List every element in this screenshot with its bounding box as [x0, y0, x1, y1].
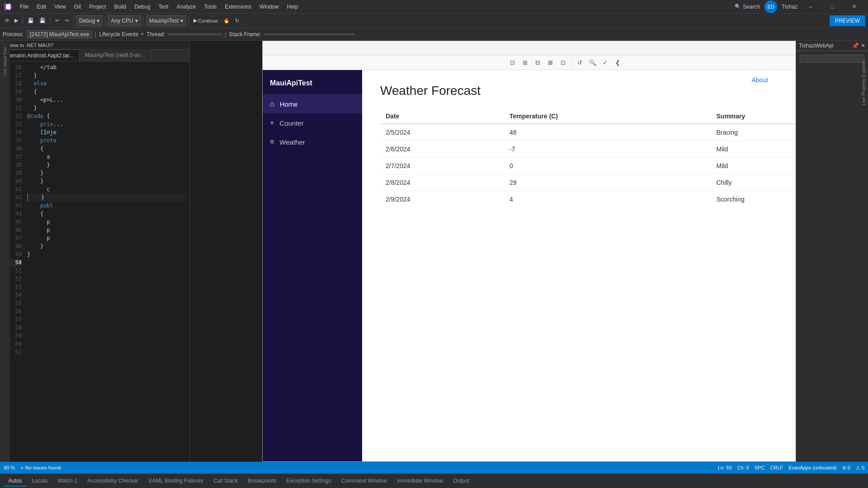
- nav-home[interactable]: ⌂ Home: [263, 94, 362, 113]
- menu-window[interactable]: Window: [256, 2, 283, 12]
- right-panel-search[interactable]: [800, 55, 864, 63]
- nav-weather[interactable]: ≡ Weather: [263, 132, 362, 151]
- btab-watch1[interactable]: Watch 1: [53, 476, 82, 487]
- editor-tab-2[interactable]: MauiApiTest (net8.0-an...: [80, 49, 151, 61]
- cell-temp: 0: [504, 158, 711, 174]
- undo-back-btn[interactable]: ⟳: [3, 15, 11, 26]
- toolbar1: ⟳ ▶ 💾 💾 ↩ ↪ Debug ▾ Any CPU ▾ MauiApiTes…: [0, 14, 868, 28]
- continue-btn[interactable]: ▶ Continue: [191, 15, 220, 26]
- undo-btn[interactable]: ↩: [53, 15, 61, 26]
- maximize-button[interactable]: □: [822, 0, 843, 14]
- save-all-btn[interactable]: 💾: [37, 15, 48, 26]
- preview-outer: ─ □ ✕ ⊡ ⊞ ⊟ ⊠ ⊡ ↺ 🔍 ✓ ❮ MauiAp: [190, 41, 868, 462]
- btab-autos[interactable]: Autos: [4, 476, 27, 487]
- maui-tb-5[interactable]: ⊡: [558, 57, 569, 68]
- maui-tb-2[interactable]: ⊞: [520, 57, 531, 68]
- debug-dropdown[interactable]: Debug ▾: [76, 15, 103, 26]
- page-title: Weather Forecast: [380, 84, 849, 98]
- editor-tab-bar: Xamarin.Android.Aapt2.tar... MauiApiTest…: [0, 50, 189, 61]
- btab-command[interactable]: Command Window: [337, 476, 392, 487]
- lifecycle-label: Lifecycle Events: [99, 31, 138, 38]
- process-label: Process:: [3, 31, 24, 38]
- menu-view[interactable]: View: [51, 2, 70, 12]
- cell-date: 2/7/2024: [380, 158, 504, 174]
- menu-git[interactable]: Git: [71, 2, 85, 12]
- tb-sep1: [23, 16, 23, 25]
- editor-tab-1[interactable]: Xamarin.Android.Aapt2.tar...: [0, 49, 80, 61]
- thread-label: Thread:: [146, 31, 165, 38]
- maui-titlebar: ─ □ ✕: [263, 41, 868, 56]
- reload-btn[interactable]: ↻: [233, 15, 241, 26]
- menu-tools[interactable]: Tools: [200, 2, 220, 12]
- menu-extensions[interactable]: Extensions: [221, 2, 255, 12]
- cell-date: 2/9/2024: [380, 191, 504, 208]
- menu-edit[interactable]: Edit: [33, 2, 50, 12]
- tb-sep4: [105, 16, 105, 25]
- code-editor-panel: Live Visual Tree ℹ New to .NET MAUI? Xam…: [0, 41, 190, 462]
- about-link[interactable]: About: [751, 76, 768, 84]
- nav-counter[interactable]: + Counter: [263, 113, 362, 132]
- process-value: [24272] MauiApiTest.exe: [27, 30, 92, 38]
- menu-build[interactable]: Build: [111, 2, 130, 12]
- main-area: Live Visual Tree ℹ New to .NET MAUI? Xam…: [0, 41, 868, 462]
- search-box[interactable]: Search: [743, 4, 760, 10]
- editor-area: 2627282930 3132333435 3637383940 4142434…: [10, 61, 189, 462]
- btab-immediate[interactable]: Immediate Window: [392, 476, 448, 487]
- debug-icons-btn[interactable]: 🔥: [221, 15, 232, 26]
- btab-locals[interactable]: Locals: [28, 476, 52, 487]
- live-visual-tree-tab[interactable]: Live Visual Tree: [2, 45, 8, 78]
- menu-help[interactable]: Help: [283, 2, 302, 12]
- cell-temp: 4: [504, 191, 711, 208]
- stack-frame-value: [264, 33, 354, 35]
- maui-app-title: MauiApiTest: [263, 70, 362, 94]
- right-panel-pin[interactable]: 📌: [852, 42, 859, 49]
- btab-breakpoints[interactable]: Breakpoints: [243, 476, 281, 487]
- ln-indicator: Ln: 50: [718, 465, 732, 470]
- right-panel-tab-label[interactable]: TishazWebApi: [799, 42, 834, 49]
- svg-marker-1: [6, 4, 10, 10]
- right-panel-close[interactable]: ✕: [861, 42, 865, 49]
- notification-text: New to .NET MAUI?: [9, 42, 53, 48]
- maui-sidebar: MauiApiTest ⌂ Home + Counter ≡ Weather: [263, 70, 362, 461]
- btab-callstack[interactable]: Call Stack: [209, 476, 242, 487]
- check-icon: ●: [20, 465, 24, 470]
- warnings-count: ⚠ 0: [856, 465, 864, 471]
- cpu-dropdown[interactable]: Any CPU ▾: [108, 15, 141, 26]
- menu-test[interactable]: Test: [155, 2, 172, 12]
- close-button[interactable]: ✕: [844, 0, 864, 14]
- table-row: 2/7/2024 0 Mild: [380, 158, 849, 174]
- btab-xaml-binding[interactable]: XAML Binding Failures: [144, 476, 208, 487]
- username-label: Tishaz: [782, 4, 797, 10]
- save-btn[interactable]: 💾: [25, 15, 36, 26]
- maui-tb-9[interactable]: ❮: [613, 57, 623, 68]
- menu-project[interactable]: Project: [85, 2, 109, 12]
- menu-analyze[interactable]: Analyze: [173, 2, 200, 12]
- code-content[interactable]: </tab } else { <p>L... } @code { priv...…: [24, 61, 189, 462]
- cell-date: 2/6/2024: [380, 141, 504, 158]
- cell-date: 2/5/2024: [380, 124, 504, 141]
- btab-accessibility[interactable]: Accessibility Checker: [83, 476, 143, 487]
- table-row: 2/6/2024 -7 Mild: [380, 141, 849, 158]
- errors-count: ⊘ 0: [842, 465, 850, 471]
- tb-sep2: [50, 16, 51, 25]
- maui-tb-3[interactable]: ⊟: [533, 57, 543, 68]
- run-btn[interactable]: ▶: [12, 15, 20, 26]
- maui-tb-6[interactable]: ↺: [575, 57, 585, 68]
- maui-tb-1[interactable]: ⊡: [507, 57, 518, 68]
- maui-tb-4[interactable]: ⊠: [545, 57, 556, 68]
- btab-exception[interactable]: Exception Settings: [282, 476, 335, 487]
- bottom-tabs: Autos Locals Watch 1 Accessibility Check…: [0, 474, 868, 488]
- maui-tb-7[interactable]: 🔍: [587, 57, 598, 68]
- nav-home-label: Home: [280, 100, 298, 108]
- user-badge: ED: [764, 0, 777, 13]
- menu-file[interactable]: File: [16, 2, 32, 12]
- maui-tb-8[interactable]: ✓: [600, 57, 611, 68]
- right-panel-header: TishazWebApi 📌 ✕: [796, 41, 868, 51]
- preview-button[interactable]: PREVIEW: [830, 15, 865, 26]
- project-dropdown[interactable]: MauiApiTest ▾: [146, 15, 186, 26]
- maui-app-toolbar: ⊡ ⊞ ⊟ ⊠ ⊡ ↺ 🔍 ✓ ❮: [263, 56, 868, 70]
- minimize-button[interactable]: ─: [800, 0, 821, 14]
- redo-btn[interactable]: ↪: [62, 15, 71, 26]
- btab-output[interactable]: Output: [448, 476, 474, 487]
- menu-debug[interactable]: Debug: [131, 2, 154, 12]
